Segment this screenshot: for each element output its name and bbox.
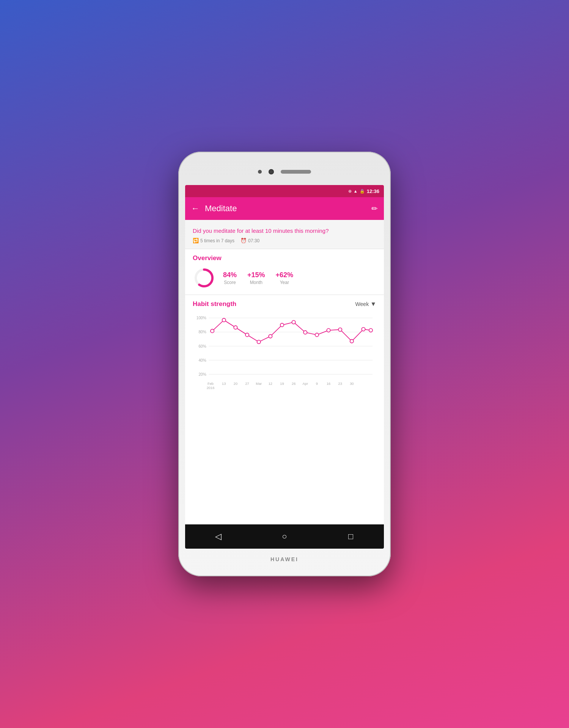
month-label: Month <box>247 280 265 285</box>
front-camera <box>258 170 262 174</box>
habit-strength-section: Habit strength Week ▼ 100% 80% <box>185 295 384 524</box>
frequency-text: 5 times in 7 days <box>200 238 234 243</box>
svg-point-16 <box>257 340 261 344</box>
svg-point-14 <box>234 326 237 329</box>
frequency-item: 🔁 5 times in 7 days <box>193 238 234 243</box>
svg-text:30: 30 <box>350 382 354 386</box>
habit-strength-title: Habit strength <box>193 300 236 308</box>
lock-icon: 🔒 <box>360 189 365 194</box>
battery-rotate-icon: ⊕ <box>348 189 352 194</box>
svg-text:80%: 80% <box>198 330 206 334</box>
habit-chart: 100% 80% 60% 40% 20% <box>193 311 376 410</box>
back-nav-button[interactable]: ◁ <box>209 527 228 546</box>
status-time: 12:36 <box>367 188 379 194</box>
svg-text:60%: 60% <box>198 344 206 348</box>
habit-meta: 🔁 5 times in 7 days ⏰ 07:30 <box>193 238 376 243</box>
repeat-icon: 🔁 <box>193 238 199 243</box>
year-stat: +62% Year <box>276 271 294 285</box>
svg-point-25 <box>362 328 365 331</box>
brand-label: HUAWEI <box>270 556 299 562</box>
svg-text:19: 19 <box>280 382 284 386</box>
camera <box>269 169 274 174</box>
edit-button[interactable]: ✏ <box>371 204 378 213</box>
score-value: 84% <box>223 271 237 279</box>
svg-point-18 <box>280 323 284 327</box>
svg-point-19 <box>292 320 296 324</box>
svg-text:20: 20 <box>234 382 237 386</box>
habit-question-section: Did you meditate for at least 10 minutes… <box>185 220 384 249</box>
svg-point-21 <box>315 333 319 337</box>
svg-text:16: 16 <box>327 382 330 386</box>
svg-text:27: 27 <box>245 382 249 386</box>
time-text: 07:30 <box>248 238 259 243</box>
svg-text:13: 13 <box>222 382 226 386</box>
svg-text:2016: 2016 <box>207 386 215 390</box>
bottom-nav: ◁ ○ □ <box>185 524 384 549</box>
svg-point-13 <box>222 318 226 322</box>
back-button[interactable]: ← <box>191 204 200 213</box>
overview-stats: 84% Score +15% Month +62% Year <box>193 267 376 289</box>
svg-text:Mar: Mar <box>256 382 262 386</box>
app-title: Meditate <box>205 204 371 213</box>
svg-point-17 <box>269 334 272 338</box>
phone-screen: ⊕ ▲ 🔒 12:36 ← Meditate ✏ Did you meditat… <box>185 185 384 549</box>
svg-text:12: 12 <box>269 382 272 386</box>
svg-text:20%: 20% <box>198 372 206 377</box>
habit-strength-header: Habit strength Week ▼ <box>193 300 376 308</box>
signal-icon: ▲ <box>354 189 358 193</box>
overview-title: Overview <box>193 254 376 262</box>
svg-point-12 <box>211 329 214 333</box>
speaker <box>281 170 311 174</box>
svg-point-22 <box>327 328 330 332</box>
svg-text:100%: 100% <box>196 316 206 320</box>
time-item: ⏰ 07:30 <box>240 238 259 243</box>
chart-area: 100% 80% 60% 40% 20% <box>193 311 376 524</box>
bottom-bezel: HUAWEI <box>270 549 299 570</box>
donut-chart <box>193 267 215 289</box>
svg-point-24 <box>350 339 354 343</box>
status-bar: ⊕ ▲ 🔒 12:36 <box>185 185 384 197</box>
overview-section: Overview 84% Score +15% <box>185 249 384 295</box>
svg-text:23: 23 <box>338 382 342 386</box>
habit-question-text: Did you meditate for at least 10 minutes… <box>193 227 376 235</box>
app-bar: ← Meditate ✏ <box>185 197 384 220</box>
score-stat: 84% Score <box>223 271 237 285</box>
svg-point-23 <box>338 328 342 331</box>
clock-icon: ⏰ <box>240 238 247 243</box>
top-bezel <box>185 158 384 185</box>
period-label: Week <box>355 301 369 307</box>
phone-frame: ⊕ ▲ 🔒 12:36 ← Meditate ✏ Did you meditat… <box>178 152 391 576</box>
year-value: +62% <box>276 271 294 279</box>
period-selector[interactable]: Week ▼ <box>355 301 376 308</box>
svg-text:26: 26 <box>292 382 296 386</box>
home-nav-button[interactable]: ○ <box>275 527 294 546</box>
svg-text:9: 9 <box>316 382 318 386</box>
year-label: Year <box>276 280 294 285</box>
month-stat: +15% Month <box>247 271 265 285</box>
month-value: +15% <box>247 271 265 279</box>
svg-point-26 <box>369 328 373 332</box>
recent-nav-button[interactable]: □ <box>341 527 360 546</box>
stats-items: 84% Score +15% Month +62% Year <box>223 271 293 285</box>
score-label: Score <box>223 280 237 285</box>
svg-point-15 <box>245 333 249 337</box>
svg-text:Apr: Apr <box>303 382 308 386</box>
chevron-down-icon: ▼ <box>370 301 376 308</box>
svg-text:40%: 40% <box>198 358 206 362</box>
svg-point-20 <box>303 331 307 334</box>
status-icons: ⊕ ▲ 🔒 12:36 <box>348 188 379 194</box>
svg-text:Feb: Feb <box>207 382 214 386</box>
